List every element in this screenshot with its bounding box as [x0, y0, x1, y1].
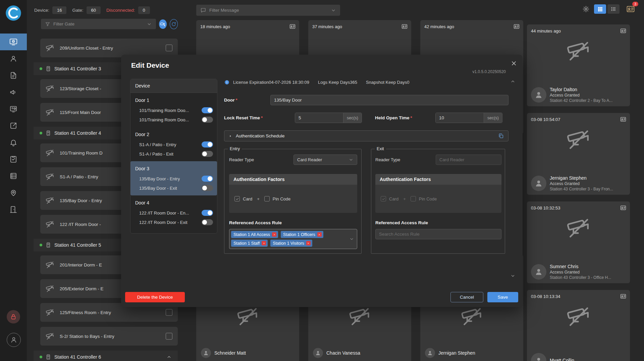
logs-label: Logs Keep Days [318, 80, 350, 85]
save-button[interactable]: Save [487, 292, 518, 302]
speaker-icon [9, 88, 17, 96]
reader-type-select[interactable]: Card Reader [293, 155, 357, 165]
camera-offline-icon [40, 148, 60, 157]
user-avatar-icon [10, 336, 17, 344]
camera-offline-icon [566, 216, 591, 240]
refresh-icon [171, 21, 176, 27]
access-rule-tag: Station 1 Visitors [270, 240, 312, 247]
pin-code-checkbox[interactable] [264, 196, 270, 201]
grid-view-button[interactable] [594, 4, 606, 14]
notification-badge: 3 [632, 2, 638, 6]
scroll-up-icon[interactable] [510, 79, 516, 84]
remove-tag-icon[interactable] [317, 232, 322, 237]
event-feed: 44 minutes ago Taylor Dalton Access Gran… [527, 24, 630, 361]
event-card[interactable]: 03-08 10:13:34 Myatt Collin [527, 290, 630, 361]
server-icon [9, 172, 17, 180]
event-card[interactable]: 44 minutes ago Taylor Dalton Access Gran… [527, 24, 630, 106]
add-video-button[interactable] [159, 19, 167, 29]
cancel-button[interactable]: Cancel [450, 292, 483, 302]
door-enabled-toggle[interactable] [202, 185, 213, 191]
avatar [531, 264, 546, 280]
camera-offline-icon [461, 305, 483, 328]
online-dot [40, 356, 42, 358]
copy-icon[interactable] [498, 133, 504, 139]
camera-offline-icon [40, 332, 60, 341]
remove-tag-icon[interactable] [272, 232, 276, 237]
lockdown-button[interactable] [7, 310, 20, 323]
access-rule-multiselect[interactable]: Station 1 All Access Station 1 Officers … [229, 229, 357, 249]
profile-button[interactable] [7, 333, 21, 347]
sidebar-item-devices[interactable] [0, 101, 27, 117]
settings-gear-icon[interactable] [582, 5, 590, 13]
alerts-button[interactable]: 3 [626, 4, 635, 14]
controller-icon [45, 130, 51, 136]
filter-message-select[interactable]: Filter Message [196, 5, 340, 16]
door-nav-item[interactable]: 101/Training Room Doo... [130, 106, 217, 115]
sidebar-item-users[interactable] [0, 50, 27, 67]
nav-header: Device [130, 79, 217, 93]
sidebar-item-map[interactable] [0, 184, 27, 201]
snapshot-keep-days: Snapshot Keep Days 0 [366, 80, 409, 85]
door-nav-item[interactable]: S1-A / Patio - Exit [130, 149, 217, 159]
auth-schedule-accordion[interactable]: Authentication Schedule [224, 130, 508, 141]
gate-checkbox[interactable] [166, 333, 172, 340]
close-icon[interactable] [511, 60, 517, 67]
chevron-up-icon[interactable] [166, 354, 172, 360]
refresh-button[interactable] [170, 19, 178, 29]
license-value: 04-07-2026 18:30:09 [269, 80, 309, 85]
event-time: 37 minutes ago [312, 24, 342, 29]
sidebar-item-notifications[interactable] [0, 134, 27, 151]
door-enabled-toggle[interactable] [202, 176, 213, 182]
lock-reset-input[interactable] [295, 113, 343, 123]
door-nav-item[interactable]: 122 /IT Room Door - En... [130, 208, 217, 218]
door-enabled-toggle[interactable] [202, 117, 213, 123]
door-nav-item[interactable]: 135/Bay Door - Exit [130, 183, 217, 193]
gate-checkbox[interactable] [166, 45, 172, 51]
person-icon [9, 55, 17, 63]
scroll-down-icon[interactable] [510, 273, 516, 279]
event-card[interactable]: 03-08 10:32:53 Sumner Chris Access Grant… [527, 201, 630, 283]
funnel-icon [45, 21, 50, 27]
sidebar-item-monitoring[interactable] [0, 34, 27, 50]
door-enabled-toggle[interactable] [202, 141, 213, 147]
list-view-button[interactable] [607, 4, 620, 14]
sidebar-item-gates[interactable] [0, 201, 27, 218]
door-group-1: Door 1 101/Training Room Doo... 101/Trai… [130, 93, 217, 127]
sidebar-item-announcements[interactable] [0, 84, 27, 101]
plus-separator: + [257, 196, 260, 201]
person-name: Myatt Collin [550, 358, 574, 361]
door-enabled-toggle[interactable] [202, 219, 213, 225]
card-checkbox[interactable] [381, 196, 386, 201]
device-icon [9, 105, 17, 113]
door-nav-item[interactable]: 135/Bay Door - Entry [130, 174, 217, 183]
door-name-input[interactable] [270, 95, 508, 105]
sidebar-item-export[interactable] [0, 117, 27, 134]
held-open-input[interactable] [436, 113, 484, 123]
gate-checkbox[interactable] [166, 309, 172, 316]
lock-reset-control: sec(s) [295, 113, 362, 123]
logs-value: 365 [350, 80, 357, 85]
filter-gate-select[interactable]: Filter Gate [41, 19, 156, 29]
sidebar-item-records[interactable] [0, 67, 27, 84]
remove-tag-icon[interactable] [262, 241, 266, 245]
door-enabled-toggle[interactable] [202, 210, 213, 216]
gate-row[interactable]: S-2/ Station to Bays - Entry [40, 327, 178, 346]
card-checkbox[interactable] [234, 196, 240, 201]
door-nav-item[interactable]: S1-A / Patio - Entry [130, 140, 217, 149]
door-nav-item[interactable]: 101/Training Room Doo... [130, 115, 217, 124]
sidebar-item-controllers[interactable] [0, 168, 27, 184]
reader-type-select-disabled[interactable]: Card Reader [436, 155, 501, 165]
delete-device-button[interactable]: Delete the Device [125, 292, 185, 302]
door-group-2: Door 2 S1-A / Patio - Entry S1-A / Patio… [130, 127, 217, 161]
event-card[interactable]: 03-08 10:54:07 Jernigan Stephen Access G… [527, 113, 630, 195]
remove-tag-icon[interactable] [306, 241, 311, 245]
sidebar-item-tasks[interactable] [0, 151, 27, 168]
chevron-down-icon [331, 8, 336, 13]
door-nav-item[interactable]: 122 /IT Room Door - Exit [130, 218, 217, 227]
gate-label: S-2/ Station to Bays - Entry [60, 334, 163, 339]
pin-code-checkbox[interactable] [411, 196, 416, 201]
access-rule-search-input[interactable] [375, 229, 501, 239]
door-enabled-toggle[interactable] [202, 107, 213, 113]
door-enabled-toggle[interactable] [202, 151, 213, 157]
controller-group-header[interactable]: Station 41 Controller 6 [34, 351, 178, 361]
